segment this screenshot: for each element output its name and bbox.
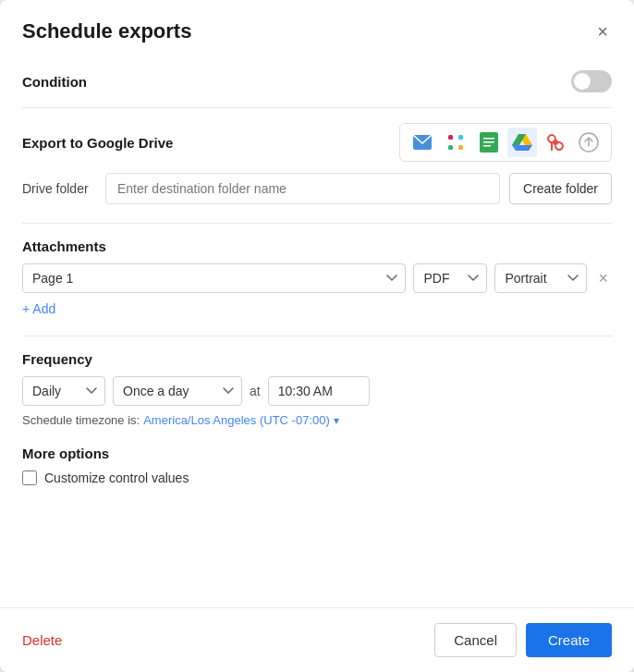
divider-1 bbox=[22, 107, 612, 108]
format-select[interactable]: PDF PNG CSV bbox=[413, 263, 487, 293]
svg-rect-3 bbox=[448, 145, 453, 150]
webhook-icon-btn[interactable] bbox=[541, 128, 570, 157]
close-button[interactable]: × bbox=[593, 18, 612, 44]
export-label: Export to Google Drive bbox=[22, 135, 173, 151]
email-icon bbox=[412, 134, 433, 151]
svg-marker-12 bbox=[512, 145, 532, 151]
dialog-title: Schedule exports bbox=[22, 19, 191, 43]
dialog-body: Condition Export to Google Drive bbox=[0, 55, 634, 607]
upload-icon bbox=[579, 132, 599, 153]
slack-icon-btn[interactable] bbox=[441, 128, 470, 157]
svg-rect-6 bbox=[483, 138, 494, 140]
svg-rect-1 bbox=[448, 135, 453, 140]
sheets-icon-btn[interactable] bbox=[474, 128, 504, 157]
drive-icon bbox=[511, 132, 533, 153]
slack-icon bbox=[445, 132, 466, 153]
sheets-icon bbox=[480, 132, 498, 153]
repeat-select[interactable]: Once a day Twice a day Custom bbox=[113, 376, 242, 406]
drive-icon-btn[interactable] bbox=[507, 128, 537, 157]
more-options-label: More options bbox=[22, 446, 612, 461]
page-select[interactable]: Page 1 Page 2 Page 3 bbox=[22, 263, 406, 293]
svg-rect-7 bbox=[483, 141, 494, 143]
folder-label: Drive folder bbox=[22, 181, 96, 196]
schedule-exports-dialog: Schedule exports × Condition Export to G… bbox=[0, 0, 634, 672]
frequency-row: Daily Weekly Monthly Once a day Twice a … bbox=[22, 376, 612, 406]
divider-3 bbox=[22, 336, 612, 336]
email-icon-btn[interactable] bbox=[408, 128, 437, 157]
remove-attachment-button[interactable]: × bbox=[594, 266, 612, 290]
condition-section: Condition bbox=[22, 70, 612, 92]
customize-checkbox[interactable] bbox=[22, 470, 37, 485]
frequency-section: Frequency Daily Weekly Monthly Once a da… bbox=[22, 351, 612, 427]
attachments-section: Attachments Page 1 Page 2 Page 3 PDF PNG… bbox=[22, 238, 612, 317]
timezone-chevron-icon[interactable]: ▾ bbox=[334, 414, 339, 427]
folder-input[interactable] bbox=[105, 173, 500, 204]
timezone-row: Schedule timezone is: America/Los Angele… bbox=[22, 413, 612, 427]
export-icon-group bbox=[399, 123, 612, 162]
orientation-select[interactable]: Portrait Landscape bbox=[494, 263, 587, 293]
dialog-header: Schedule exports × bbox=[0, 0, 634, 55]
toggle-slider bbox=[571, 70, 612, 92]
period-select[interactable]: Daily Weekly Monthly bbox=[22, 376, 105, 406]
folder-row: Drive folder Create folder bbox=[22, 173, 612, 204]
more-options-section: More options Customize control values bbox=[22, 446, 612, 485]
time-input[interactable] bbox=[268, 376, 370, 406]
attachments-label: Attachments bbox=[22, 238, 612, 254]
create-button[interactable]: Create bbox=[526, 623, 612, 657]
timezone-link[interactable]: America/Los Angeles (UTC -07:00) bbox=[143, 413, 330, 427]
frequency-label: Frequency bbox=[22, 351, 612, 367]
cancel-button[interactable]: Cancel bbox=[434, 623, 517, 657]
footer-actions: Cancel Create bbox=[434, 623, 612, 657]
svg-rect-4 bbox=[458, 145, 463, 150]
divider-2 bbox=[22, 223, 612, 224]
customize-row: Customize control values bbox=[22, 470, 612, 485]
condition-label: Condition bbox=[22, 74, 87, 90]
create-folder-button[interactable]: Create folder bbox=[509, 173, 612, 204]
dialog-footer: Delete Cancel Create bbox=[0, 607, 634, 672]
condition-toggle[interactable] bbox=[571, 70, 612, 92]
add-attachment-button[interactable]: + Add bbox=[22, 301, 55, 316]
svg-rect-2 bbox=[458, 135, 463, 140]
svg-rect-8 bbox=[483, 145, 491, 147]
delete-button[interactable]: Delete bbox=[22, 632, 62, 648]
export-row: Export to Google Drive bbox=[22, 123, 612, 162]
customize-label: Customize control values bbox=[44, 470, 189, 485]
upload-icon-btn[interactable] bbox=[574, 128, 604, 157]
at-label: at bbox=[250, 384, 261, 398]
timezone-prefix: Schedule timezone is: bbox=[22, 413, 140, 427]
webhook-icon bbox=[545, 132, 566, 153]
attachments-row: Page 1 Page 2 Page 3 PDF PNG CSV Portrai… bbox=[22, 263, 612, 293]
